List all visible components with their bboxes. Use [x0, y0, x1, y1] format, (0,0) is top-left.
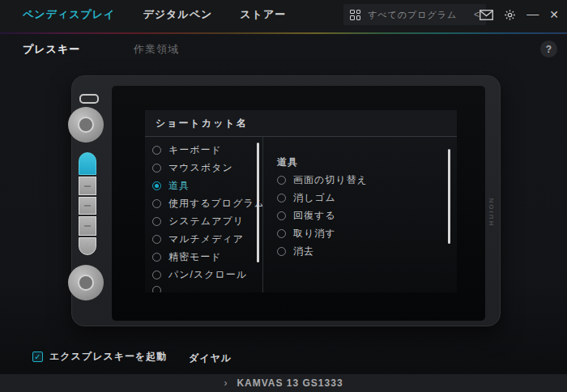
main-nav: ペンディスプレイ デジタルペン ストアー — [23, 0, 286, 29]
enable-expresskeys[interactable]: ✓ エクスプレスキーを起動 — [32, 350, 167, 364]
detail-undo[interactable]: 取り消す — [275, 224, 457, 242]
radio-icon — [152, 271, 161, 279]
radio-icon — [152, 235, 161, 244]
express-key-2[interactable] — [79, 177, 96, 195]
radio-icon — [152, 146, 161, 155]
radio-selected-icon — [152, 181, 161, 190]
express-key-3[interactable] — [79, 197, 96, 215]
express-key-1-active[interactable] — [79, 152, 96, 175]
footer-options: ✓ エクスプレスキーを起動 ダイヤル — [0, 347, 567, 368]
program-selector-value: すべてのプログラム — [368, 9, 467, 21]
radio-icon — [277, 247, 286, 256]
category-system-app[interactable]: システムアプリ — [145, 212, 257, 230]
shortcut-dialog-body: キーボード マウスボタン 道具 使用するプログラム — [145, 137, 457, 292]
radio-icon — [277, 229, 286, 238]
radio-icon — [277, 194, 286, 202]
category-pan-scroll[interactable]: パン/スクロール — [145, 266, 257, 283]
category-tool[interactable]: 道具 — [145, 177, 257, 194]
express-key-4[interactable] — [79, 216, 96, 236]
dial-top-hub — [78, 117, 94, 133]
dial-bottom-hub — [78, 275, 94, 291]
radio-icon — [152, 199, 161, 208]
detail-header: 道具 — [275, 153, 457, 171]
dial-section-label: ダイヤル — [189, 352, 232, 365]
minimize-icon[interactable]: — — [526, 7, 539, 19]
chevron-left-icon[interactable]: < — [474, 9, 480, 20]
radio-icon — [152, 253, 161, 262]
program-selector[interactable]: すべてのプログラム < — [343, 4, 486, 25]
column-divider — [262, 137, 263, 292]
huion-brand-label: HUION — [485, 190, 498, 232]
tab-pen-display[interactable]: ペンディスプレイ — [23, 7, 115, 22]
shortcut-dialog-header: ショートカット名 — [145, 110, 457, 137]
category-clipped-item — [145, 283, 257, 292]
shortcut-dialog: ショートカット名 キーボード マウスボタン — [145, 110, 457, 292]
device-selector-bar[interactable]: › KAMVAS 13 GS1333 — [0, 374, 567, 392]
enable-expresskeys-label: エクスプレスキーを起動 — [49, 350, 167, 364]
radio-icon — [152, 286, 161, 292]
section-tabs: プレスキー 作業領域 ? — [0, 34, 567, 63]
radio-icon — [152, 217, 161, 226]
tab-press-keys[interactable]: プレスキー — [23, 42, 80, 57]
category-multimedia[interactable]: マルチメディア — [145, 230, 257, 248]
tab-digital-pen[interactable]: デジタルペン — [143, 7, 212, 22]
tablet-illustration: ショートカット名 キーボード マウスボタン — [71, 75, 501, 326]
detail-eraser[interactable]: 消しゴム — [275, 189, 457, 207]
gear-icon[interactable] — [504, 9, 516, 21]
express-keys — [79, 152, 96, 255]
dial-top[interactable] — [68, 107, 104, 143]
category-run-program[interactable]: 使用するプログラム — [145, 194, 257, 212]
detail-scrollbar[interactable] — [448, 149, 450, 244]
tab-working-area[interactable]: 作業領域 — [134, 42, 179, 57]
tablet-screen: ショートカット名 キーボード マウスボタン — [112, 86, 485, 321]
radio-icon — [277, 176, 286, 185]
power-button — [79, 94, 99, 104]
chevron-right-icon[interactable]: › — [224, 377, 227, 389]
category-precision-mode[interactable]: 精密モード — [145, 248, 257, 266]
close-icon[interactable]: ✕ — [549, 9, 559, 20]
detail-redo[interactable]: 回復する — [275, 207, 457, 224]
category-mouse-button[interactable]: マウスボタン — [145, 159, 257, 177]
radio-icon — [277, 211, 286, 220]
detail-clear[interactable]: 消去 — [275, 242, 457, 260]
apps-grid-icon — [350, 10, 360, 20]
dial-bottom[interactable] — [68, 265, 104, 300]
detail-switch-screen[interactable]: 画面の切り替え — [275, 171, 457, 189]
title-bar: ペンディスプレイ デジタルペン ストアー すべてのプログラム < — — [0, 0, 567, 32]
detail-list: 道具 画面の切り替え 消しゴム 回復する — [275, 137, 457, 260]
help-button[interactable]: ? — [540, 40, 557, 58]
mail-icon[interactable] — [480, 10, 493, 20]
category-list: キーボード マウスボタン 道具 使用するプログラム — [145, 137, 257, 292]
category-scrollbar[interactable] — [257, 143, 259, 262]
window-controls: — ✕ — [480, 0, 559, 29]
tab-store[interactable]: ストアー — [240, 7, 286, 22]
radio-icon — [152, 164, 161, 173]
category-keyboard[interactable]: キーボード — [145, 141, 257, 159]
express-key-5[interactable] — [79, 237, 96, 255]
shortcut-dialog-title: ショートカット名 — [156, 117, 248, 130]
device-name: KAMVAS 13 GS1333 — [237, 377, 343, 389]
checkbox-checked-icon[interactable]: ✓ — [32, 352, 43, 362]
huion-driver-window: ペンディスプレイ デジタルペン ストアー すべてのプログラム < — — [0, 0, 567, 392]
